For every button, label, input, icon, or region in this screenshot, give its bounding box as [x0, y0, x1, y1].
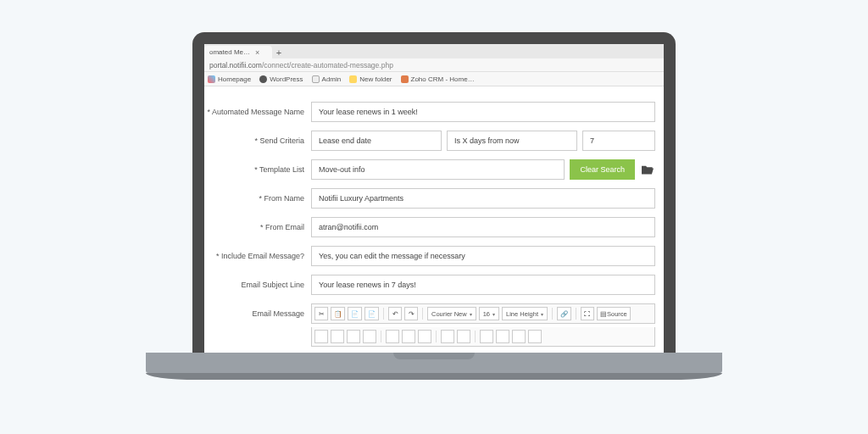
url-path: /connect/create-automated-message.php [262, 61, 393, 70]
bold-button[interactable] [314, 330, 328, 343]
row-message-name: * Automated Message Name Your lease rene… [204, 102, 655, 122]
copy-button[interactable]: 📋 [331, 307, 345, 320]
paste-button[interactable]: 📄 [348, 307, 362, 320]
row-send-criteria: * Send Criteria Lease end date Is X days… [204, 131, 655, 151]
hr-button[interactable] [512, 330, 526, 343]
bookmark-zoho[interactable]: Zoho CRM - Home… [401, 75, 475, 83]
underline-button[interactable] [347, 330, 360, 343]
label-from-email: * From Email [204, 223, 304, 231]
admin-icon [312, 75, 320, 83]
row-subject-line: Email Subject Line Your lease renews in … [204, 275, 655, 295]
input-criteria-value[interactable]: 7 [582, 131, 655, 151]
form-area: * Automated Message Name Your lease rene… [204, 86, 664, 347]
align-center-button[interactable] [402, 330, 415, 343]
folder-icon [349, 75, 357, 83]
label-include-email: * Include Email Message? [204, 252, 304, 260]
paste-text-button[interactable]: 📄 [364, 307, 379, 320]
strike-button[interactable] [363, 330, 376, 343]
laptop-base [146, 353, 722, 373]
italic-button[interactable] [331, 330, 344, 343]
row-email-message: Email Message ✂ 📋 📄 📄 ↶ ↷ Courier New [204, 303, 655, 324]
address-bar[interactable]: portal.notifii.com/connect/create-automa… [204, 58, 664, 72]
input-message-name[interactable]: Your lease renews in 1 week! [311, 102, 655, 122]
row-template-list: * Template List Move-out info Clear Sear… [204, 159, 655, 180]
row-from-email: * From Email atran@notifii.com [204, 217, 655, 237]
label-message-name: * Automated Message Name [204, 108, 304, 116]
row-from-name: * From Name Notifii Luxury Apartments [204, 188, 655, 209]
editor-toolbar-2 [311, 327, 655, 347]
cut-button[interactable]: ✂ [314, 307, 328, 320]
special-button[interactable] [528, 330, 542, 343]
row-include-email: * Include Email Message? Yes, you can ed… [204, 246, 655, 266]
browser-tab[interactable]: omated Me… × [204, 46, 272, 58]
label-email-message: Email Message [204, 309, 304, 318]
select-include-email[interactable]: Yes, you can edit the message if necessa… [311, 246, 655, 266]
input-from-email[interactable]: atran@notifii.com [311, 217, 655, 237]
row-editor-toolbar2 [204, 327, 655, 347]
laptop-foot [146, 373, 722, 380]
bookmark-newfolder[interactable]: New folder [349, 75, 392, 83]
label-subject-line: Email Subject Line [204, 281, 304, 289]
label-template-list: * Template List [204, 165, 304, 174]
browser-tabbar: omated Me… × + [204, 44, 664, 58]
zoho-icon [401, 75, 409, 83]
redo-button[interactable]: ↷ [404, 307, 418, 320]
align-left-button[interactable] [386, 330, 399, 343]
list-ul-button[interactable] [441, 330, 454, 343]
maximize-button[interactable]: ⛶ [581, 307, 594, 320]
label-send-criteria: * Send Criteria [204, 136, 304, 145]
screen: omated Me… × + portal.notifii.com/connec… [204, 44, 664, 353]
bookmark-admin[interactable]: Admin [312, 75, 342, 83]
tab-title: omated Me… [209, 48, 250, 56]
list-ol-button[interactable] [457, 330, 470, 343]
input-subject-line[interactable]: Your lease renews in 7 days! [311, 275, 655, 295]
input-from-name[interactable]: Notifii Luxury Apartments [311, 188, 655, 209]
font-select[interactable]: Courier New [427, 307, 476, 320]
undo-button[interactable]: ↶ [388, 307, 402, 320]
laptop-frame: omated Me… × + portal.notifii.com/connec… [192, 32, 676, 380]
wordpress-icon [259, 75, 267, 83]
table-button[interactable] [496, 330, 509, 343]
screen-bezel: omated Me… × + portal.notifii.com/connec… [192, 32, 676, 353]
bookmark-wordpress[interactable]: WordPress [259, 75, 303, 83]
select-criteria-operator[interactable]: Is X days from now [447, 131, 577, 151]
new-tab-button[interactable]: + [272, 47, 286, 58]
homepage-icon [208, 75, 215, 83]
bookmarks-bar: Homepage WordPress Admin New folder Zoho… [204, 72, 664, 86]
select-criteria-field[interactable]: Lease end date [311, 131, 442, 151]
folder-open-icon[interactable] [640, 164, 655, 175]
close-icon[interactable]: × [255, 48, 259, 57]
input-template-list[interactable]: Move-out info [311, 159, 565, 180]
url-host: portal.notifii.com [209, 61, 262, 70]
image-button[interactable] [480, 330, 493, 343]
lineheight-select[interactable]: Line Height [502, 307, 548, 320]
bookmark-homepage[interactable]: Homepage [208, 75, 251, 83]
align-right-button[interactable] [418, 330, 431, 343]
clear-search-button[interactable]: Clear Search [570, 159, 635, 180]
source-button[interactable]: ▤ Source [597, 307, 631, 320]
editor-toolbar: ✂ 📋 📄 📄 ↶ ↷ Courier New 16 Line Height [311, 303, 655, 324]
size-select[interactable]: 16 [479, 307, 499, 320]
link-button[interactable]: 🔗 [557, 307, 571, 320]
label-from-name: * From Name [204, 194, 304, 203]
